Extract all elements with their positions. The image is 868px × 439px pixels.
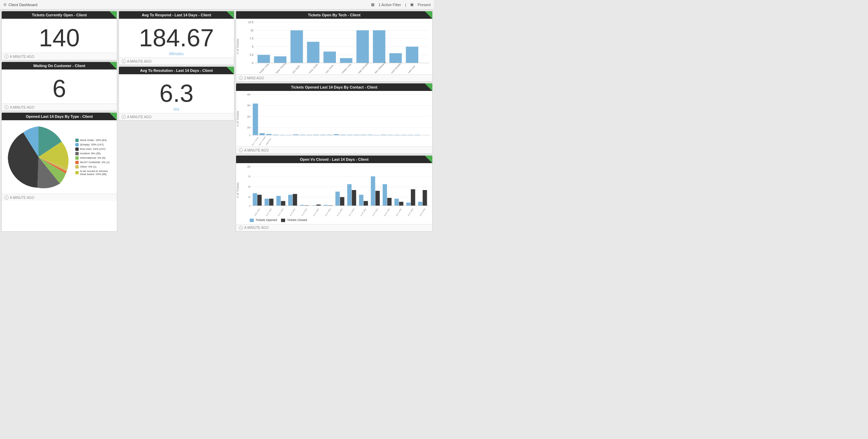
svg-rect-110 bbox=[363, 201, 368, 206]
tickets-by-tech-header: Tickets Open By Tech - Client bbox=[236, 11, 432, 19]
filter-label[interactable]: 1 Active Filter bbox=[378, 3, 401, 7]
tickets-by-contact-title: Tickets Opened Last 14 Days By Contact -… bbox=[291, 85, 377, 89]
avg-resolution-value: 6.3 bbox=[159, 81, 193, 106]
tickets-open-body: 140 bbox=[2, 19, 117, 53]
svg-rect-16 bbox=[291, 30, 303, 63]
svg-text:0: 0 bbox=[249, 204, 250, 207]
waiting-customer-title: Waiting On Customer - Client bbox=[33, 64, 85, 68]
legend-item: Work Order: 19% (84) bbox=[75, 139, 114, 142]
tickets-open-value: 140 bbox=[39, 26, 80, 50]
tickets-open-title: Tickets Currently Open - Client bbox=[32, 13, 87, 17]
open-vs-closed-header: Open Vs Closed - Last 14 Days - Client bbox=[236, 156, 432, 163]
info-icon-4: i bbox=[122, 59, 126, 63]
svg-rect-82 bbox=[253, 193, 257, 206]
svg-text:5: 5 bbox=[252, 45, 254, 48]
svg-text:Aug 23, 2016: Aug 23, 2016 bbox=[418, 208, 425, 216]
svg-text:Eric Strait: Eric Strait bbox=[292, 65, 300, 73]
legend-item: Other: 0% (1) bbox=[75, 165, 114, 169]
green-corner-4 bbox=[227, 11, 234, 19]
green-corner-8 bbox=[425, 156, 432, 163]
closed-legend-label: Tickets Closed bbox=[287, 218, 307, 222]
filter-icon: ▦ bbox=[371, 2, 374, 7]
tickets-by-tech-timestamp: i 2 MINS AGO bbox=[236, 74, 432, 81]
svg-text:100: 100 bbox=[247, 126, 250, 129]
svg-text:Jeremy Jones: Jeremy Jones bbox=[307, 63, 319, 73]
dashboard-title: Client Dashboard bbox=[9, 3, 37, 7]
svg-text:Christian Long: Christian Long bbox=[258, 63, 269, 73]
svg-rect-47 bbox=[266, 134, 272, 135]
avg-respond-timestamp: i A MINUTE AGO bbox=[119, 58, 234, 65]
tickets-by-tech-chart: 0 2.5 5 7.5 10 12.5 Christian Long Chr bbox=[239, 19, 432, 73]
avg-respond-panel: Avg To Respond - Last 14 Days - Client 1… bbox=[119, 11, 234, 65]
svg-rect-45 bbox=[260, 133, 265, 135]
svg-rect-112 bbox=[371, 176, 375, 206]
tickets-by-contact-chart: 0 100 200 300 400 Terri T. Corine Holly … bbox=[239, 91, 432, 145]
open-vs-closed-chart-wrapper: # of Tickets 0 25 50 75 100 bbox=[236, 163, 432, 217]
svg-text:75: 75 bbox=[248, 175, 250, 178]
svg-rect-104 bbox=[340, 197, 344, 206]
tickets-by-tech-title: Tickets Open By Tech - Client bbox=[308, 13, 360, 17]
info-icon-5: i bbox=[122, 115, 126, 119]
svg-text:25: 25 bbox=[248, 195, 250, 198]
monitor-icon: ▣ bbox=[410, 2, 414, 7]
avg-respond-header: Avg To Respond - Last 14 Days - Client bbox=[119, 11, 234, 19]
pie-chart bbox=[4, 123, 73, 191]
svg-rect-43 bbox=[253, 104, 258, 135]
legend-item: End User: 24% (107) bbox=[75, 147, 114, 151]
svg-text:Aug 19, 2016: Aug 19, 2016 bbox=[371, 208, 378, 216]
present-label[interactable]: Present bbox=[418, 3, 431, 7]
svg-rect-113 bbox=[375, 191, 380, 206]
avg-resolution-header: Avg To Resolution - Last 14 Days - Clien… bbox=[119, 67, 234, 74]
pie-container: Work Order: 19% (84)(Empty): 33% (147)En… bbox=[2, 120, 117, 194]
legend-item: Incident: 8% (35) bbox=[75, 152, 114, 155]
info-icon-7: i bbox=[239, 148, 243, 152]
info-icon-2: i bbox=[4, 105, 9, 109]
svg-text:50: 50 bbox=[248, 185, 250, 188]
green-corner-6 bbox=[425, 11, 432, 19]
svg-text:0: 0 bbox=[249, 134, 250, 137]
green-corner bbox=[109, 11, 117, 19]
avg-resolution-title: Avg To Resolution - Last 14 Days - Clien… bbox=[140, 68, 213, 73]
svg-text:Vincent Venditto: Vincent Venditto bbox=[389, 62, 401, 73]
svg-rect-28 bbox=[389, 53, 402, 63]
svg-text:Nicholas Long: Nicholas Long bbox=[340, 63, 352, 73]
svg-text:Heidi Dyer: Heidi Dyer bbox=[265, 137, 272, 145]
green-corner-5 bbox=[227, 67, 234, 74]
svg-text:Aug 17, 2016: Aug 17, 2016 bbox=[347, 208, 354, 216]
legend-item: MUST CHANGE: 0% (1) bbox=[75, 161, 114, 164]
svg-rect-89 bbox=[281, 201, 285, 206]
tickets-by-contact-timestamp: i A MINUTE AGO bbox=[236, 146, 432, 154]
legend-item: Informational: 2% (9) bbox=[75, 156, 114, 160]
divider: | bbox=[405, 3, 406, 7]
svg-text:Larry Jones: Larry Jones bbox=[324, 64, 334, 73]
tickets-by-tech-chart-wrapper: # of Tickets 0 2.5 5 7.5 bbox=[236, 19, 432, 74]
avg-respond-body: 184.67 Minutes bbox=[119, 19, 234, 58]
info-icon: i bbox=[4, 54, 9, 59]
info-icon-6: i bbox=[239, 76, 243, 80]
green-corner-7 bbox=[425, 83, 432, 91]
svg-rect-121 bbox=[406, 203, 411, 206]
open-vs-closed-timestamp: i A MINUTE AGO bbox=[236, 224, 432, 231]
legend-item: to be moved to Service Desk board: 19% (… bbox=[75, 170, 114, 176]
svg-text:sam rose: sam rose bbox=[407, 65, 415, 73]
svg-rect-86 bbox=[269, 199, 274, 206]
tickets-by-contact-header: Tickets Opened Last 14 Days By Contact -… bbox=[236, 83, 432, 91]
avg-resolution-timestamp: i A MINUTE AGO bbox=[119, 113, 234, 120]
tickets-by-contact-panel: Tickets Opened Last 14 Days By Contact -… bbox=[236, 83, 433, 154]
svg-rect-18 bbox=[307, 42, 320, 63]
waiting-customer-body: 6 bbox=[2, 69, 117, 104]
dashboard-icon: ⊙ bbox=[3, 2, 6, 7]
svg-rect-116 bbox=[387, 198, 392, 206]
top-bar: ⊙ Client Dashboard ▦ 1 Active Filter | ▣… bbox=[0, 0, 434, 10]
svg-rect-83 bbox=[257, 195, 262, 206]
green-corner-2 bbox=[109, 62, 117, 69]
opened-legend-item: Tickets Opened bbox=[250, 218, 277, 222]
svg-text:Aug 14, 2016: Aug 14, 2016 bbox=[312, 208, 319, 216]
svg-rect-119 bbox=[399, 202, 403, 206]
svg-rect-30 bbox=[406, 47, 418, 63]
svg-rect-103 bbox=[336, 192, 340, 206]
info-icon-3: i bbox=[4, 195, 9, 200]
tickets-by-tech-panel: Tickets Open By Tech - Client # of Ticke… bbox=[236, 11, 433, 82]
open-vs-closed-legend: Tickets Opened Tickets Closed bbox=[236, 217, 432, 224]
svg-text:Aug 21, 2016: Aug 21, 2016 bbox=[394, 208, 402, 216]
